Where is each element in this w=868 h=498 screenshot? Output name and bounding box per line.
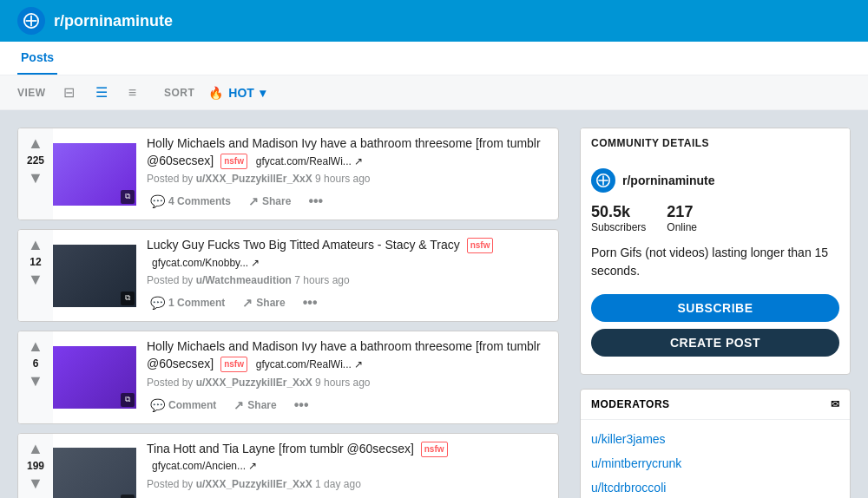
- view-label: VIEW: [17, 87, 46, 99]
- nsfw-badge: nsfw: [220, 154, 247, 169]
- subreddit-name: r/porninaminute: [54, 12, 173, 30]
- subscribers-stat: 50.5k Subscribers: [591, 203, 646, 233]
- post-card: ▲ 199 ▼ ⧉ Tina Hott and Tia Layne [from …: [17, 433, 559, 498]
- comment-icon: 💬: [150, 398, 165, 412]
- tab-posts[interactable]: Posts: [17, 42, 57, 75]
- post-vote: ▲ 199 ▼: [18, 434, 53, 498]
- nsfw-badge: nsfw: [467, 238, 494, 253]
- community-name: r/porninaminute: [622, 174, 715, 187]
- comments-button[interactable]: 💬 4 Comments: [147, 191, 234, 212]
- thumbnail-image: [53, 448, 136, 498]
- author-link[interactable]: u/XXX_PuzzykillEr_XxX: [196, 478, 312, 490]
- post-title: Holly Michaels and Madison Ivy have a ba…: [147, 338, 548, 372]
- more-options-button[interactable]: •••: [305, 190, 326, 213]
- post-title-link[interactable]: Tina Hott and Tia Layne [from tumblr @60…: [147, 442, 414, 455]
- downvote-button[interactable]: ▼: [28, 170, 43, 186]
- post-vote: ▲ 225 ▼: [18, 128, 53, 220]
- author-link[interactable]: u/Watchmeaudition: [196, 274, 292, 286]
- moderator-item[interactable]: u/mintberrycrunk: [581, 451, 850, 475]
- share-icon: ↗: [242, 296, 253, 310]
- post-thumbnail: ⧉: [53, 346, 136, 409]
- author-link[interactable]: u/XXX_PuzzykillEr_XxX: [196, 377, 312, 389]
- share-button[interactable]: ↗ Share: [239, 292, 288, 313]
- post-meta: Posted by u/XXX_PuzzykillEr_XxX 9 hours …: [147, 377, 548, 389]
- sort-value: HOT: [228, 86, 254, 100]
- post-actions: 💬 1 Comment ↗ Share •••: [147, 292, 548, 314]
- post-title: Tina Hott and Tia Layne [from tumblr @60…: [147, 441, 548, 475]
- downvote-button[interactable]: ▼: [28, 373, 43, 389]
- post-content: Holly Michaels and Madison Ivy have a ba…: [136, 331, 558, 423]
- community-description: Porn Gifs (not videos) lasting longer th…: [591, 244, 839, 280]
- vote-count: 6: [33, 357, 39, 370]
- upvote-button[interactable]: ▲: [28, 338, 43, 354]
- downvote-button[interactable]: ▼: [28, 475, 43, 491]
- comment-count: Comment: [168, 399, 216, 411]
- online-label: Online: [667, 221, 697, 233]
- online-stat: 217 Online: [667, 203, 697, 233]
- sort-hot-button[interactable]: 🔥 HOT ▾: [208, 86, 266, 100]
- external-link[interactable]: gfycat.com/RealWi... ↗: [256, 358, 363, 370]
- external-link[interactable]: gfycat.com/RealWi... ↗: [256, 155, 363, 167]
- upvote-button[interactable]: ▲: [28, 237, 43, 252]
- post-actions: 💬 Comment ↗ Share •••: [147, 394, 548, 416]
- share-button[interactable]: ↗ Share: [245, 191, 294, 212]
- fire-icon: 🔥: [208, 86, 223, 100]
- toolbar: VIEW ⊟ ☰ ≡ SORT 🔥 HOT ▾: [0, 75, 868, 110]
- community-stats: 50.5k Subscribers 217 Online: [591, 203, 839, 233]
- upvote-button[interactable]: ▲: [28, 441, 43, 456]
- external-link[interactable]: gfycat.com/Ancien... ↗: [152, 460, 257, 472]
- share-icon: ↗: [233, 398, 244, 412]
- moderator-item[interactable]: u/ltcdrbroccoli: [581, 475, 850, 498]
- view-list-button[interactable]: ☰: [92, 82, 111, 102]
- more-options-button[interactable]: •••: [291, 394, 312, 416]
- external-link[interactable]: gfycat.com/Knobby... ↗: [152, 257, 260, 269]
- moderators-label: MODERATORS: [591, 398, 670, 410]
- post-card: ▲ 225 ▼ ⧉ Holly Michaels and Madison Ivy…: [17, 128, 559, 220]
- comments-button[interactable]: 💬 1 Comment: [147, 292, 228, 313]
- share-button[interactable]: ↗ Share: [230, 395, 279, 416]
- share-label: Share: [256, 297, 285, 309]
- posts-column: ▲ 225 ▼ ⧉ Holly Michaels and Madison Ivy…: [17, 128, 559, 498]
- subscribe-button[interactable]: SUBSCRIBE: [591, 294, 839, 322]
- post-content: Holly Michaels and Madison Ivy have a ba…: [136, 128, 558, 220]
- moderator-item[interactable]: u/killer3james: [581, 427, 850, 451]
- tabs-bar: Posts: [0, 42, 868, 75]
- post-actions: 💬 4 Comments ↗ Share •••: [147, 190, 548, 213]
- vote-count: 225: [27, 154, 44, 167]
- comments-button[interactable]: 💬 Comment: [147, 395, 220, 416]
- post-thumbnail: ⧉: [53, 448, 136, 498]
- nsfw-badge: nsfw: [421, 442, 448, 457]
- post-vote: ▲ 12 ▼: [18, 230, 53, 321]
- reddit-icon: [17, 7, 45, 35]
- create-post-button[interactable]: CREATE POST: [591, 329, 839, 357]
- view-card-button[interactable]: ⊟: [60, 82, 78, 102]
- share-label: Share: [262, 195, 291, 207]
- online-count: 217: [667, 203, 697, 221]
- vote-count: 12: [30, 256, 41, 268]
- brand[interactable]: r/porninaminute: [17, 7, 173, 35]
- author-link[interactable]: u/XXX_PuzzykillEr_XxX: [196, 173, 312, 185]
- downvote-button[interactable]: ▼: [28, 272, 43, 287]
- view-compact-button[interactable]: ≡: [125, 83, 140, 102]
- post-content: Tina Hott and Tia Layne [from tumblr @60…: [136, 434, 558, 498]
- main-layout: ▲ 225 ▼ ⧉ Holly Michaels and Madison Ivy…: [0, 110, 868, 498]
- post-title-link[interactable]: Lucky Guy Fucks Two Big Titted Amateurs …: [147, 238, 460, 252]
- chevron-down-icon: ▾: [260, 86, 266, 100]
- post-card: ▲ 6 ▼ ⧉ Holly Michaels and Madison Ivy h…: [17, 331, 559, 423]
- more-options-button[interactable]: •••: [299, 292, 321, 314]
- upvote-button[interactable]: ▲: [28, 135, 43, 151]
- post-vote: ▲ 6 ▼: [18, 331, 53, 423]
- comment-count: 4 Comments: [168, 195, 231, 207]
- share-icon: ↗: [248, 194, 259, 208]
- sidebar: COMMUNITY DETAILS r/porninaminute 50.5k: [580, 128, 851, 498]
- comment-icon: 💬: [150, 296, 165, 310]
- post-card: ▲ 12 ▼ ⧉ Lucky Guy Fucks Two Big Titted …: [17, 229, 559, 322]
- post-title: Lucky Guy Fucks Two Big Titted Amateurs …: [147, 237, 548, 271]
- link-icon: ⧉: [121, 393, 135, 407]
- mail-icon[interactable]: ✉: [831, 398, 840, 410]
- comment-count: 1 Comment: [168, 297, 225, 309]
- share-label: Share: [247, 399, 276, 411]
- moderators-header: MODERATORS ✉: [581, 390, 850, 420]
- post-meta: Posted by u/XXX_PuzzykillEr_XxX 1 day ag…: [147, 478, 548, 490]
- link-icon: ⧉: [121, 190, 135, 204]
